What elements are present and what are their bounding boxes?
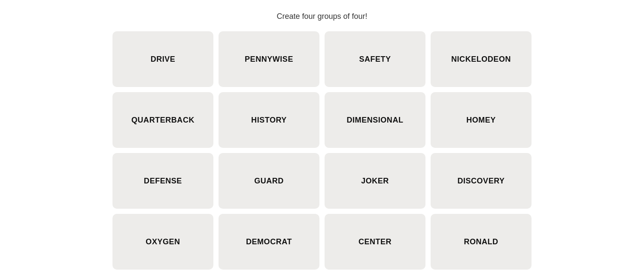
tile-joker[interactable]: JOKER xyxy=(325,153,425,209)
tile-oxygen[interactable]: OXYGEN xyxy=(112,214,213,270)
tile-label-oxygen: OXYGEN xyxy=(140,237,185,246)
tile-drive[interactable]: DRIVE xyxy=(112,31,213,87)
tile-label-homey: HOMEY xyxy=(461,116,501,125)
tile-nickelodeon[interactable]: NICKELODEON xyxy=(431,31,532,87)
tile-label-quarterback: QUARTERBACK xyxy=(126,116,200,125)
tile-dimensional[interactable]: DIMENSIONAL xyxy=(325,92,425,148)
word-grid: DRIVEPENNYWISESAFETYNICKELODEONQUARTERBA… xyxy=(112,31,532,270)
tile-label-guard: GUARD xyxy=(249,177,289,186)
page-subtitle: Create four groups of four! xyxy=(276,12,367,21)
tile-label-discovery: DISCOVERY xyxy=(452,177,510,186)
tile-safety[interactable]: SAFETY xyxy=(325,31,425,87)
tile-label-center: CENTER xyxy=(353,237,397,246)
tile-democrat[interactable]: DEMOCRAT xyxy=(219,214,319,270)
tile-label-defense: DEFENSE xyxy=(139,177,187,186)
tile-pennywise[interactable]: PENNYWISE xyxy=(219,31,319,87)
tile-homey[interactable]: HOMEY xyxy=(431,92,532,148)
tile-quarterback[interactable]: QUARTERBACK xyxy=(112,92,213,148)
tile-label-history: HISTORY xyxy=(246,116,292,125)
tile-label-dimensional: DIMENSIONAL xyxy=(342,116,409,125)
tile-label-pennywise: PENNYWISE xyxy=(240,55,298,64)
tile-label-drive: DRIVE xyxy=(146,55,181,64)
tile-ronald[interactable]: RONALD xyxy=(431,214,532,270)
tile-label-ronald: RONALD xyxy=(459,237,503,246)
tile-discovery[interactable]: DISCOVERY xyxy=(431,153,532,209)
tile-label-democrat: DEMOCRAT xyxy=(241,237,297,246)
tile-label-nickelodeon: NICKELODEON xyxy=(446,55,516,64)
tile-label-joker: JOKER xyxy=(356,177,394,186)
tile-center[interactable]: CENTER xyxy=(325,214,425,270)
tile-defense[interactable]: DEFENSE xyxy=(112,153,213,209)
tile-guard[interactable]: GUARD xyxy=(219,153,319,209)
tile-history[interactable]: HISTORY xyxy=(219,92,319,148)
tile-label-safety: SAFETY xyxy=(354,55,396,64)
